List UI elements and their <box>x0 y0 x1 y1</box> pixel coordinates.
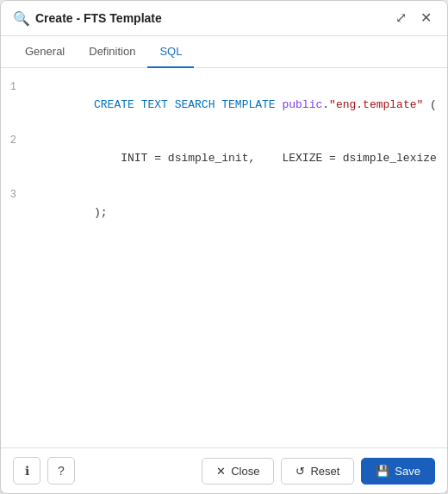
tab-general[interactable]: General <box>13 36 77 68</box>
title-bar-left: 🔍 Create - FTS Template <box>13 10 162 26</box>
code-line-1-content: CREATE TEXT SEARCH TEMPLATE public."eng.… <box>27 78 437 132</box>
save-label: Save <box>395 465 420 478</box>
sql-content-area: 1 CREATE TEXT SEARCH TEMPLATE public."en… <box>1 68 447 447</box>
save-button[interactable]: 💾 Save <box>361 458 435 485</box>
reset-button[interactable]: ↺ Reset <box>281 458 354 485</box>
open-paren: ( <box>423 98 437 111</box>
title-bar-right: ⤢ ✕ <box>392 9 435 27</box>
close-window-button[interactable]: ✕ <box>417 9 435 27</box>
keyword-create: CREATE <box>94 98 141 111</box>
save-icon: 💾 <box>376 465 389 478</box>
line-number-1: 1 <box>1 79 27 96</box>
init-lexize-params: INIT = dsimple_init, LEXIZE = dsimple_le… <box>94 152 437 165</box>
code-line-2-content: INIT = dsimple_init, LEXIZE = dsimple_le… <box>27 132 437 185</box>
close-icon: ✕ <box>216 465 226 478</box>
close-label: Close <box>231 465 259 478</box>
line-number-3: 3 <box>1 187 27 203</box>
sql-editor: 1 CREATE TEXT SEARCH TEMPLATE public."en… <box>1 68 447 447</box>
footer-right: ✕ Close ↺ Reset 💾 Save <box>202 458 435 485</box>
tab-definition[interactable]: Definition <box>77 36 147 68</box>
info-icon: ℹ <box>25 464 29 478</box>
close-statement: ); <box>94 206 108 219</box>
keyword-text-search-template: TEXT SEARCH TEMPLATE <box>141 98 283 111</box>
footer: ℹ ? ✕ Close ↺ Reset 💾 Save <box>1 447 447 493</box>
code-line-2: 2 INIT = dsimple_init, LEXIZE = dsimple_… <box>1 132 447 185</box>
schema-name: public <box>282 98 322 111</box>
help-button[interactable]: ? <box>47 457 75 485</box>
code-line-3-content: ); <box>27 186 108 240</box>
template-name: "eng.template" <box>329 98 423 111</box>
tab-bar: General Definition SQL <box>1 36 447 68</box>
window-icon: 🔍 <box>13 10 28 26</box>
expand-button[interactable]: ⤢ <box>392 9 410 27</box>
footer-left: ℹ ? <box>13 457 75 485</box>
close-button[interactable]: ✕ Close <box>202 458 274 485</box>
reset-label: Reset <box>310 465 339 478</box>
code-line-3: 3 ); <box>1 186 447 240</box>
window-title: Create - FTS Template <box>35 11 162 25</box>
info-button[interactable]: ℹ <box>13 457 40 485</box>
help-icon: ? <box>58 464 65 478</box>
tab-sql[interactable]: SQL <box>147 36 194 68</box>
reset-icon: ↺ <box>296 465 305 478</box>
dialog-window: 🔍 Create - FTS Template ⤢ ✕ General Defi… <box>0 0 448 494</box>
line-number-2: 2 <box>1 133 27 149</box>
dot-separator: . <box>322 98 329 111</box>
title-bar: 🔍 Create - FTS Template ⤢ ✕ <box>1 1 447 36</box>
code-line-1: 1 CREATE TEXT SEARCH TEMPLATE public."en… <box>1 78 447 132</box>
